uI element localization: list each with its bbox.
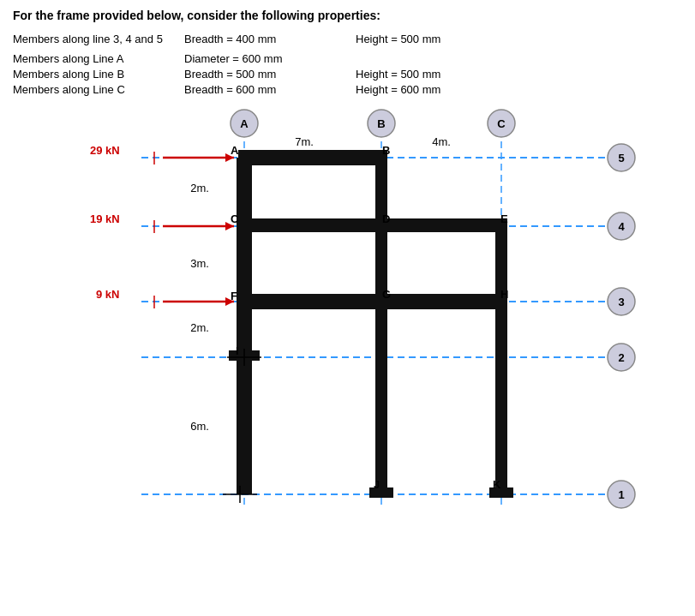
properties-table: Members along line 3, 4 and 5 Breadth = …: [13, 33, 682, 96]
node-c: C: [231, 212, 239, 225]
prop-val1-4: Breadth = 600 mm: [184, 83, 356, 96]
dim-4m: 4m.: [432, 135, 451, 148]
label-circle-a: A: [240, 117, 249, 130]
dim-2m-top: 2m.: [190, 182, 209, 194]
prop-label-4: Members along Line C: [13, 83, 184, 96]
node-h: H: [500, 288, 508, 301]
node-i: I: [236, 344, 239, 357]
label-num-1: 1: [618, 488, 624, 501]
col-c: [495, 226, 507, 494]
prop-label-1: Members along line 3, 4 and 5: [13, 33, 184, 45]
label-circle-b: B: [377, 117, 385, 130]
node-j: J: [374, 478, 380, 491]
node-b: B: [382, 144, 390, 157]
label-num-2: 2: [618, 351, 624, 364]
label-num-5: 5: [618, 152, 624, 164]
node-f: F: [231, 290, 237, 302]
force-label-19kn: 19 kN: [90, 212, 120, 225]
beam-fg-line3: [238, 294, 387, 309]
node-a: A: [231, 144, 239, 157]
prop-label-3: Members along Line B: [13, 68, 184, 81]
label-num-4: 4: [618, 220, 625, 233]
label-circle-c: C: [497, 117, 506, 130]
col-b: [375, 158, 387, 494]
node-k: K: [493, 478, 501, 491]
prop-val2-1: Height = 500 mm: [356, 33, 440, 45]
prop-val1-2: Diameter = 600 mm: [184, 52, 356, 65]
prop-label-2: Members along Line A: [13, 52, 184, 65]
prop-val1-3: Breadth = 500 mm: [184, 68, 356, 81]
node-d: D: [382, 212, 390, 225]
beam-be-line4: [377, 218, 507, 232]
title: For the frame provided below, consider t…: [13, 9, 682, 22]
label-num-3: 3: [618, 296, 624, 308]
beam-ab-line4: [238, 218, 387, 232]
node-e: E: [500, 212, 508, 225]
col-a-upper: [237, 158, 252, 359]
dim-3m: 3m.: [190, 257, 209, 270]
col-a-lower: [237, 357, 252, 494]
beam-ab-line5: [238, 150, 387, 165]
dim-6m: 6m.: [190, 420, 209, 433]
dim-2m-bot: 2m.: [190, 321, 209, 334]
force-label-29kn: 29 kN: [90, 144, 120, 157]
beam-gh-line3: [377, 294, 507, 309]
prop-val2-3: Height = 500 mm: [356, 68, 440, 81]
structural-diagram: A B C 5 4 3 2 1 A B C D E F: [13, 105, 681, 541]
diagram-svg: A B C 5 4 3 2 1 A B C D E F: [13, 105, 681, 541]
node-g: G: [382, 288, 391, 301]
prop-val1-1: Breadth = 400 mm: [184, 33, 356, 45]
prop-val2-4: Height = 600 mm: [356, 83, 440, 96]
dim-7m: 7m.: [295, 135, 314, 148]
force-label-9kn: 9 kN: [96, 288, 119, 301]
